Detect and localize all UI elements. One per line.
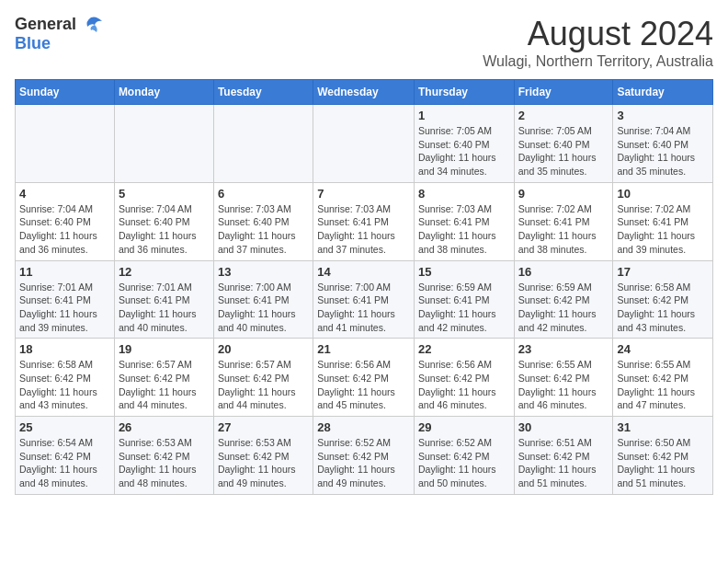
day-detail: Sunrise: 7:00 AM Sunset: 6:41 PM Dayligh… [317, 281, 410, 335]
calendar-cell: 20Sunrise: 6:57 AM Sunset: 6:42 PM Dayli… [213, 339, 313, 417]
day-number: 26 [119, 420, 210, 434]
day-number: 15 [418, 265, 510, 279]
day-number: 22 [418, 342, 510, 356]
calendar-cell: 31Sunrise: 6:50 AM Sunset: 6:42 PM Dayli… [613, 417, 713, 495]
day-number: 23 [518, 342, 609, 356]
calendar-cell: 11Sunrise: 7:01 AM Sunset: 6:41 PM Dayli… [16, 260, 115, 339]
day-detail: Sunrise: 6:53 AM Sunset: 6:42 PM Dayligh… [218, 436, 309, 490]
day-detail: Sunrise: 6:57 AM Sunset: 6:42 PM Dayligh… [119, 358, 210, 412]
day-number: 21 [317, 342, 410, 356]
calendar-cell: 26Sunrise: 6:53 AM Sunset: 6:42 PM Dayli… [114, 417, 213, 495]
calendar-cell: 23Sunrise: 6:55 AM Sunset: 6:42 PM Dayli… [514, 339, 613, 417]
day-detail: Sunrise: 6:56 AM Sunset: 6:42 PM Dayligh… [317, 358, 410, 412]
day-detail: Sunrise: 7:04 AM Sunset: 6:40 PM Dayligh… [119, 202, 210, 257]
day-number: 25 [19, 420, 110, 434]
calendar-cell: 22Sunrise: 6:56 AM Sunset: 6:42 PM Dayli… [414, 339, 514, 417]
calendar-cell [114, 105, 213, 183]
day-detail: Sunrise: 6:55 AM Sunset: 6:42 PM Dayligh… [518, 358, 609, 412]
day-number: 9 [518, 187, 609, 201]
logo: General Blue [15, 15, 104, 53]
day-detail: Sunrise: 6:59 AM Sunset: 6:41 PM Dayligh… [418, 281, 510, 335]
calendar-cell: 28Sunrise: 6:52 AM Sunset: 6:42 PM Dayli… [313, 417, 415, 495]
calendar-week-1: 1Sunrise: 7:05 AM Sunset: 6:40 PM Daylig… [16, 105, 713, 183]
day-detail: Sunrise: 6:57 AM Sunset: 6:42 PM Dayligh… [218, 358, 309, 412]
header: General Blue August 2024 Wulagi, Norther… [15, 15, 713, 70]
calendar-cell: 6Sunrise: 7:03 AM Sunset: 6:40 PM Daylig… [213, 182, 313, 260]
day-detail: Sunrise: 7:02 AM Sunset: 6:41 PM Dayligh… [518, 202, 609, 257]
calendar-cell: 8Sunrise: 7:03 AM Sunset: 6:41 PM Daylig… [414, 182, 514, 260]
calendar-cell: 7Sunrise: 7:03 AM Sunset: 6:41 PM Daylig… [313, 182, 415, 260]
header-cell-saturday: Saturday [613, 80, 713, 105]
day-detail: Sunrise: 7:03 AM Sunset: 6:40 PM Dayligh… [218, 202, 309, 257]
day-detail: Sunrise: 7:01 AM Sunset: 6:41 PM Dayligh… [119, 281, 210, 335]
calendar-cell: 21Sunrise: 6:56 AM Sunset: 6:42 PM Dayli… [313, 339, 415, 417]
calendar-cell: 30Sunrise: 6:51 AM Sunset: 6:42 PM Dayli… [514, 417, 613, 495]
day-number: 11 [19, 265, 110, 279]
day-number: 24 [617, 342, 709, 356]
calendar-week-5: 25Sunrise: 6:54 AM Sunset: 6:42 PM Dayli… [16, 417, 713, 495]
day-detail: Sunrise: 7:02 AM Sunset: 6:41 PM Dayligh… [617, 202, 709, 257]
header-cell-sunday: Sunday [16, 80, 115, 105]
day-number: 31 [617, 420, 709, 434]
calendar-cell: 18Sunrise: 6:58 AM Sunset: 6:42 PM Dayli… [16, 339, 115, 417]
day-detail: Sunrise: 6:52 AM Sunset: 6:42 PM Dayligh… [317, 436, 410, 490]
calendar-cell: 3Sunrise: 7:04 AM Sunset: 6:40 PM Daylig… [613, 105, 713, 183]
day-number: 30 [518, 420, 609, 434]
logo-bird-icon [78, 16, 104, 34]
header-cell-thursday: Thursday [414, 80, 514, 105]
calendar-cell: 24Sunrise: 6:55 AM Sunset: 6:42 PM Dayli… [613, 339, 713, 417]
day-number: 14 [317, 265, 410, 279]
calendar-cell: 14Sunrise: 7:00 AM Sunset: 6:41 PM Dayli… [313, 260, 415, 339]
header-cell-friday: Friday [514, 80, 613, 105]
day-detail: Sunrise: 7:05 AM Sunset: 6:40 PM Dayligh… [418, 124, 510, 178]
day-number: 1 [418, 109, 510, 122]
logo-blue: Blue [15, 34, 51, 53]
day-detail: Sunrise: 7:03 AM Sunset: 6:41 PM Dayligh… [418, 202, 510, 257]
logo-general: General [15, 15, 76, 34]
day-number: 3 [617, 109, 709, 122]
day-detail: Sunrise: 7:05 AM Sunset: 6:40 PM Dayligh… [518, 124, 609, 178]
day-detail: Sunrise: 6:59 AM Sunset: 6:42 PM Dayligh… [518, 281, 609, 335]
day-number: 16 [518, 265, 609, 279]
day-detail: Sunrise: 6:51 AM Sunset: 6:42 PM Dayligh… [518, 436, 609, 490]
calendar-cell: 4Sunrise: 7:04 AM Sunset: 6:40 PM Daylig… [16, 182, 115, 260]
day-number: 29 [418, 420, 510, 434]
location-subtitle: Wulagi, Northern Territory, Australia [483, 53, 713, 70]
day-detail: Sunrise: 7:04 AM Sunset: 6:40 PM Dayligh… [19, 202, 110, 257]
day-number: 17 [617, 265, 709, 279]
day-detail: Sunrise: 7:04 AM Sunset: 6:40 PM Dayligh… [617, 124, 709, 178]
day-number: 18 [19, 342, 110, 356]
day-detail: Sunrise: 6:58 AM Sunset: 6:42 PM Dayligh… [617, 281, 709, 335]
calendar-cell: 1Sunrise: 7:05 AM Sunset: 6:40 PM Daylig… [414, 105, 514, 183]
calendar-cell [16, 105, 115, 183]
day-detail: Sunrise: 6:54 AM Sunset: 6:42 PM Dayligh… [19, 436, 110, 490]
day-number: 2 [518, 109, 609, 122]
calendar-cell: 25Sunrise: 6:54 AM Sunset: 6:42 PM Dayli… [16, 417, 115, 495]
day-detail: Sunrise: 6:50 AM Sunset: 6:42 PM Dayligh… [617, 436, 709, 490]
header-cell-wednesday: Wednesday [313, 80, 415, 105]
calendar-week-4: 18Sunrise: 6:58 AM Sunset: 6:42 PM Dayli… [16, 339, 713, 417]
header-row: SundayMondayTuesdayWednesdayThursdayFrid… [16, 80, 713, 105]
calendar-cell: 29Sunrise: 6:52 AM Sunset: 6:42 PM Dayli… [414, 417, 514, 495]
day-number: 6 [218, 187, 309, 201]
day-detail: Sunrise: 7:03 AM Sunset: 6:41 PM Dayligh… [317, 202, 410, 257]
day-number: 7 [317, 187, 410, 201]
day-number: 28 [317, 420, 410, 434]
day-detail: Sunrise: 7:01 AM Sunset: 6:41 PM Dayligh… [19, 281, 110, 335]
day-number: 12 [119, 265, 210, 279]
calendar-header: SundayMondayTuesdayWednesdayThursdayFrid… [16, 80, 713, 105]
day-number: 20 [218, 342, 309, 356]
day-number: 10 [617, 187, 709, 201]
calendar-cell: 19Sunrise: 6:57 AM Sunset: 6:42 PM Dayli… [114, 339, 213, 417]
day-detail: Sunrise: 6:52 AM Sunset: 6:42 PM Dayligh… [418, 436, 510, 490]
day-detail: Sunrise: 6:58 AM Sunset: 6:42 PM Dayligh… [19, 358, 110, 412]
calendar-week-2: 4Sunrise: 7:04 AM Sunset: 6:40 PM Daylig… [16, 182, 713, 260]
day-number: 27 [218, 420, 309, 434]
header-cell-tuesday: Tuesday [213, 80, 313, 105]
calendar-cell: 10Sunrise: 7:02 AM Sunset: 6:41 PM Dayli… [613, 182, 713, 260]
page-title: August 2024 [483, 15, 713, 53]
day-number: 8 [418, 187, 510, 201]
day-detail: Sunrise: 6:56 AM Sunset: 6:42 PM Dayligh… [418, 358, 510, 412]
calendar-cell: 5Sunrise: 7:04 AM Sunset: 6:40 PM Daylig… [114, 182, 213, 260]
day-number: 19 [119, 342, 210, 356]
